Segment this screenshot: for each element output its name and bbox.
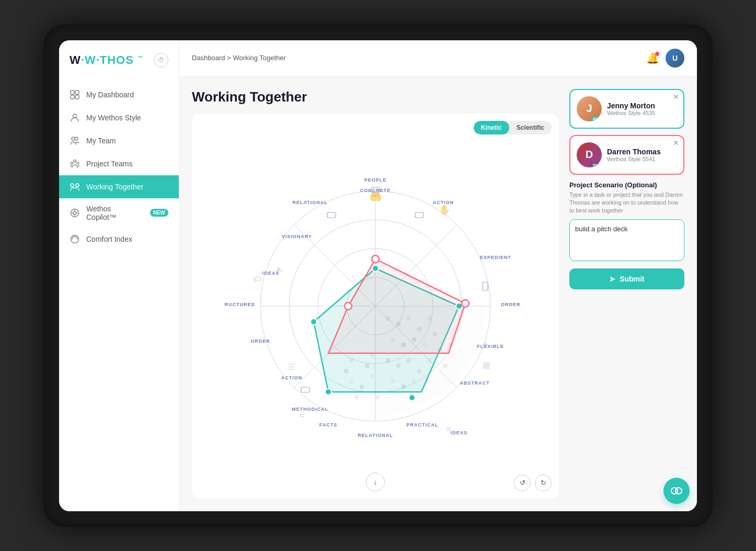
darren-card: D 5541 Darren Thomas Wethos Style 5541 ✕ <box>569 135 684 175</box>
svg-text:▦: ▦ <box>483 361 490 369</box>
darren-info: Darren Thomas Wethos Style 5541 <box>607 148 677 162</box>
timer-icon[interactable]: ⏱ <box>154 53 168 68</box>
svg-text:≡: ≡ <box>446 424 451 433</box>
app-name: W·THOS <box>85 53 134 66</box>
scenario-input[interactable]: build a pitch deck <box>569 219 684 261</box>
reset-view-button[interactable]: ↺ <box>514 475 531 491</box>
top-bar: Dashboard > Working Together 🔔 U <box>179 40 697 76</box>
chart-bottom-row: ↓ <box>366 473 385 491</box>
svg-text:EXPEDIENT: EXPEDIENT <box>480 255 511 260</box>
svg-text:RELATIONAL: RELATIONAL <box>358 433 393 438</box>
jenny-info: Jenny Morton Wethos Style 4535 <box>607 102 677 116</box>
svg-rect-76 <box>483 282 488 290</box>
svg-text:ORDER: ORDER <box>250 339 270 344</box>
main-content: Dashboard > Working Together 🔔 U <box>179 40 697 511</box>
sidebar-label-working-together: Working Together <box>86 183 143 191</box>
darren-dot-right <box>462 300 469 307</box>
radar-container: PEOPLE ACTION EXPEDIENT ORDER FLEXIBLE <box>192 114 559 499</box>
scroll-down-button[interactable]: ↓ <box>366 473 385 491</box>
svg-text:STRUCTURED: STRUCTURED <box>224 302 255 307</box>
sidebar-item-team[interactable]: My Team <box>59 129 179 152</box>
darren-avatar: D 5541 <box>577 142 602 167</box>
person-icon <box>70 113 80 123</box>
notification-bell[interactable]: 🔔 <box>646 52 659 64</box>
page-body: Working Together Kinetic Scientific <box>179 76 697 511</box>
svg-text:🤲: 🤲 <box>369 190 382 203</box>
darren-close-button[interactable]: ✕ <box>673 139 679 147</box>
breadcrumb: Dashboard > Working Together <box>192 54 286 62</box>
sidebar-label-project-teams: Project Teams <box>86 160 132 168</box>
send-icon: ➤ <box>609 275 615 283</box>
darren-style-badge: 5541 <box>591 163 602 167</box>
fab-button[interactable] <box>663 478 690 504</box>
jenny-dot-bottom-left <box>325 389 331 395</box>
sidebar-item-comfort[interactable]: Comfort Index <box>59 228 179 251</box>
svg-rect-3 <box>75 95 79 99</box>
sidebar-item-working-together[interactable]: Working Together <box>59 175 179 198</box>
people-group-icon <box>70 159 80 169</box>
svg-text:ACTION: ACTION <box>281 375 303 380</box>
svg-text:FLEXIBLE: FLEXIBLE <box>477 344 504 349</box>
sidebar-item-project-teams[interactable]: Project Teams <box>59 152 179 175</box>
sidebar-label-copilot: Wethos Copilot™ <box>86 205 142 221</box>
svg-point-13 <box>73 211 76 215</box>
svg-rect-2 <box>71 95 74 99</box>
people-icon <box>70 136 80 146</box>
breadcrumb-current: Working Together <box>233 54 285 62</box>
copilot-icon <box>70 208 80 218</box>
darren-dot-top <box>372 255 379 263</box>
svg-text:✋: ✋ <box>439 204 451 216</box>
jenny-name: Jenny Morton <box>607 102 677 110</box>
page-title: Working Together <box>192 89 559 105</box>
svg-text:PEOPLE: PEOPLE <box>364 177 387 183</box>
svg-text:FACTS: FACTS <box>319 422 338 428</box>
sidebar: W·W·THOS ™ ⏱ My Dashbo <box>59 40 179 511</box>
right-panel: J 4535 Jenny Morton Wethos Style 4535 ✕ <box>569 89 684 499</box>
jenny-dot-top <box>372 265 379 272</box>
svg-rect-46 <box>443 364 448 368</box>
svg-point-7 <box>74 160 76 162</box>
svg-rect-52 <box>375 395 380 399</box>
refresh-button[interactable]: ↻ <box>535 475 552 491</box>
logo-area: W·W·THOS ™ ⏱ <box>59 40 179 78</box>
sidebar-label-style: My Wethos Style <box>86 114 141 122</box>
sidebar-item-style[interactable]: My Wethos Style <box>59 106 179 129</box>
jenny-style-badge: 4535 <box>591 117 602 121</box>
sidebar-label-dashboard: My Dashboard <box>86 91 134 99</box>
sidebar-nav: My Dashboard My Wethos Style <box>59 78 179 511</box>
sidebar-item-dashboard[interactable]: My Dashboard <box>59 83 179 106</box>
svg-text:☰: ☰ <box>287 363 294 372</box>
svg-point-10 <box>71 184 74 187</box>
sidebar-label-comfort: Comfort Index <box>86 235 132 243</box>
svg-point-5 <box>72 137 75 140</box>
new-badge: NEW <box>150 209 168 217</box>
svg-point-8 <box>71 162 73 164</box>
breadcrumb-parent: Dashboard <box>192 54 225 62</box>
jenny-close-button[interactable]: ✕ <box>673 93 679 100</box>
svg-point-6 <box>75 137 78 140</box>
left-section: Working Together Kinetic Scientific <box>192 89 559 499</box>
sidebar-label-team: My Team <box>86 137 116 145</box>
svg-rect-78 <box>301 387 310 392</box>
svg-text:🏷: 🏷 <box>253 275 261 284</box>
svg-text:IDEAS: IDEAS <box>451 430 468 435</box>
submit-button[interactable]: ➤ Submit <box>569 268 684 289</box>
darren-name: Darren Thomas <box>607 148 677 156</box>
kinetic-toggle[interactable]: Kinetic <box>474 121 509 134</box>
user-avatar[interactable]: U <box>666 49 684 68</box>
radar-chart-card: Kinetic Scientific <box>192 114 559 499</box>
submit-label: Submit <box>620 275 644 283</box>
svg-text:METHODICAL: METHODICAL <box>292 407 328 412</box>
scientific-toggle[interactable]: Scientific <box>509 121 552 134</box>
svg-text:VISIONARY: VISIONARY <box>282 234 312 239</box>
darren-dot-left <box>345 302 352 310</box>
svg-text:👁: 👁 <box>274 265 284 276</box>
notification-dot <box>655 52 659 56</box>
radar-svg: PEOPLE ACTION EXPEDIENT ORDER FLEXIBLE <box>224 154 527 458</box>
sidebar-item-copilot[interactable]: Wethos Copilot™ NEW <box>59 198 179 228</box>
svg-point-89 <box>675 488 682 494</box>
scenario-section: Project Scenario (Optional) Type in a ta… <box>569 181 684 289</box>
top-bar-right: 🔔 U <box>646 49 684 68</box>
jenny-avatar: J 4535 <box>577 96 602 121</box>
svg-text:ABSTRACT: ABSTRACT <box>460 380 490 386</box>
